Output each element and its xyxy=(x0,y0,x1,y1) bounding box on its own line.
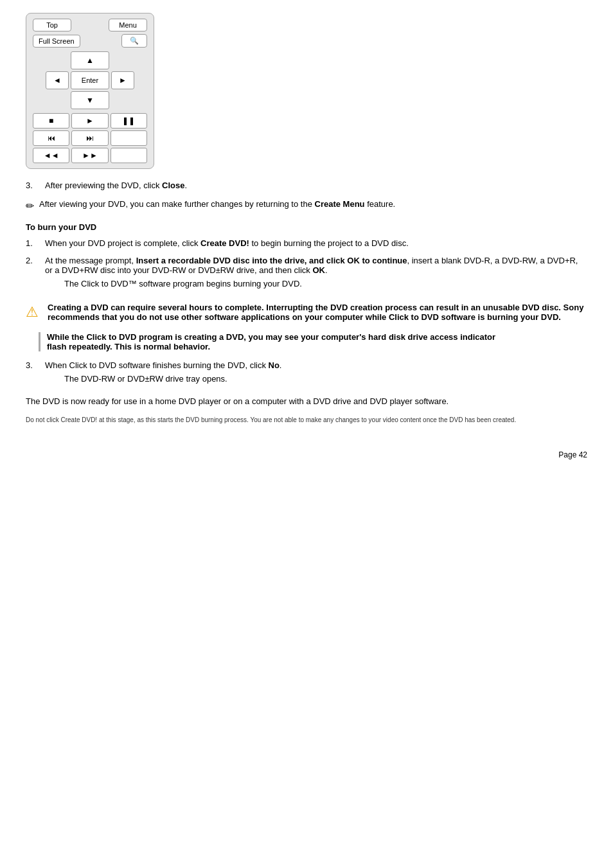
remote-nav: ▲ ◄ Enter ► ▼ xyxy=(33,51,147,109)
page-number: Page 42 xyxy=(26,450,587,459)
step-3-bold: Close xyxy=(162,181,184,190)
step-3-end: . xyxy=(184,181,187,190)
final-note: The DVD is now ready for use in a home D… xyxy=(26,396,587,406)
stop-button[interactable]: ■ xyxy=(33,113,69,128)
burn-step-2-content: At the message prompt, Insert a recordab… xyxy=(45,256,587,292)
burn-step-3: 3. When Click to DVD software finishes b… xyxy=(26,360,587,387)
warning-icon: ⚠ xyxy=(26,304,39,321)
note-after-viewing-text: After viewing your DVD, you can make fur… xyxy=(39,199,395,209)
tray-note: The DVD-RW or DVD±RW drive tray opens. xyxy=(64,374,587,384)
burn-step-1: 1. When your DVD project is complete, cl… xyxy=(26,238,587,248)
remote-transport: ■ ► ❚❚ ⏮ ⏭ ◄◄ ►► xyxy=(33,113,147,163)
remote-widget: Top Menu Full Screen 🔍 ▲ ◄ Enter ► ▼ ■ ►… xyxy=(26,13,587,169)
warning-box: ⚠ Creating a DVD can require several hou… xyxy=(26,303,587,322)
rewind-button[interactable]: ◄◄ xyxy=(33,148,69,163)
fullscreen-icon-button[interactable]: 🔍 xyxy=(121,34,147,48)
placeholder-button2 xyxy=(111,148,147,163)
prev-chapter-button[interactable]: ⏮ xyxy=(33,130,69,146)
step-3-content: After previewing the DVD, click Close. xyxy=(45,181,587,190)
play-button[interactable]: ► xyxy=(71,113,108,128)
burn-step-3-number: 3. xyxy=(26,360,45,387)
placeholder-button xyxy=(111,130,147,146)
info-box: While the Click to DVD program is creati… xyxy=(39,332,587,351)
nav-enter-button[interactable]: Enter xyxy=(71,71,109,89)
nav-right-button[interactable]: ► xyxy=(111,71,134,89)
click-dvd-note: The Click to DVD™ software program begin… xyxy=(64,279,587,288)
top-button[interactable]: Top xyxy=(33,19,71,31)
burn-step-1-number: 1. xyxy=(26,238,45,248)
pause-button[interactable]: ❚❚ xyxy=(111,113,147,128)
small-disclaimer: Do not click Create DVD! at this stage, … xyxy=(26,415,587,425)
ffwd-button[interactable]: ►► xyxy=(71,148,108,163)
next-chapter-button[interactable]: ⏭ xyxy=(71,130,108,146)
burn-step-2-number: 2. xyxy=(26,256,45,292)
menu-button[interactable]: Menu xyxy=(109,19,147,31)
step-3-number: 3. xyxy=(26,181,45,190)
warning-text: Creating a DVD can require several hours… xyxy=(48,303,587,322)
burn-step-2: 2. At the message prompt, Insert a recor… xyxy=(26,256,587,292)
nav-left-button[interactable]: ◄ xyxy=(46,71,69,89)
burn-dvd-heading: To burn your DVD xyxy=(26,222,587,232)
fullscreen-button[interactable]: Full Screen xyxy=(33,35,80,48)
info-line2: flash repeatedly. This is normal behavio… xyxy=(47,342,210,351)
nav-up-button[interactable]: ▲ xyxy=(71,51,109,69)
burn-step-3-content: When Click to DVD software finishes burn… xyxy=(45,360,587,387)
nav-down-button[interactable]: ▼ xyxy=(71,91,109,109)
remote-fullscreen-row: Full Screen 🔍 xyxy=(33,34,147,48)
note-after-viewing: ✏ After viewing your DVD, you can make f… xyxy=(26,199,587,212)
dvd-remote: Top Menu Full Screen 🔍 ▲ ◄ Enter ► ▼ ■ ►… xyxy=(26,13,154,169)
remote-top-row: Top Menu xyxy=(33,19,147,31)
step-3-item: 3. After previewing the DVD, click Close… xyxy=(26,181,587,190)
burn-step-1-content: When your DVD project is complete, click… xyxy=(45,238,587,248)
pencil-icon: ✏ xyxy=(26,200,34,212)
step-3-text: After previewing the DVD, click xyxy=(45,181,162,190)
info-line1: While the Click to DVD program is creati… xyxy=(47,332,495,342)
